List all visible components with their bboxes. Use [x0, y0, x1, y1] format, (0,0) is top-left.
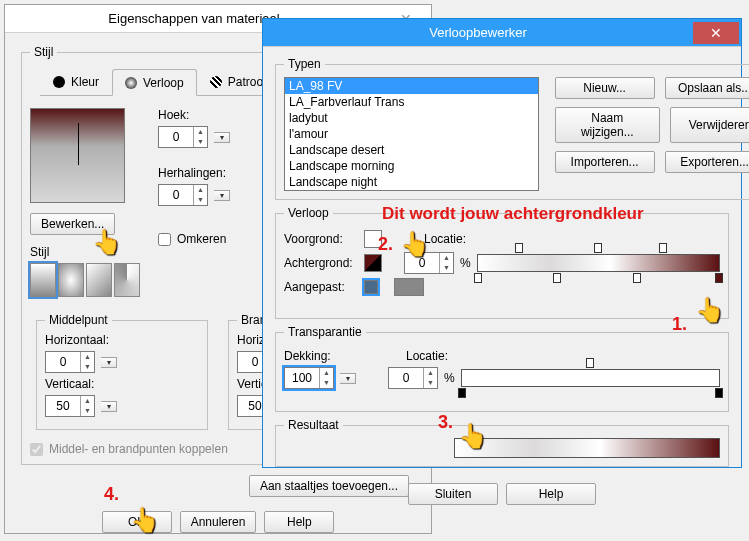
style-sub-label: Stijl [30, 245, 49, 259]
style-rect[interactable] [86, 263, 112, 297]
list-item[interactable]: ladybut [285, 110, 538, 126]
list-item[interactable]: LA_98 FV [285, 78, 538, 94]
new-button[interactable]: Nieuw... [555, 77, 655, 99]
gradient-editor-window: Verloopbewerker ✕ Typen LA_98 FV LA_Farb… [262, 18, 742, 468]
gradient-icon [125, 77, 137, 89]
reverse-check-input[interactable] [158, 233, 171, 246]
types-buttons: Nieuw... Opslaan als... Naam wijzigen...… [555, 77, 749, 191]
mid-marker[interactable] [594, 243, 602, 253]
list-item[interactable]: Landscape morning [285, 158, 538, 174]
location-spinner[interactable]: ▲▼ [404, 252, 454, 274]
style-radial[interactable] [58, 263, 84, 297]
mid-marker[interactable] [586, 358, 594, 368]
annotation-text: Dit wordt jouw achtergrondkleur [382, 204, 644, 224]
help-button[interactable]: Help [506, 483, 596, 505]
annotation-3: 3. [438, 412, 453, 433]
transparency-group: Transparantie Dekking: Locatie: ▲▼ ▾ ▲▼ … [275, 325, 729, 412]
repeats-label: Herhalingen: [158, 166, 226, 180]
close-icon[interactable]: ✕ [693, 22, 739, 44]
color-stop[interactable] [474, 273, 482, 283]
location2-spinner[interactable]: ▲▼ [388, 367, 438, 389]
angle-label: Hoek: [158, 108, 189, 122]
list-item[interactable]: LA_Farbverlauf Trans [285, 94, 538, 110]
background-label: Achtergrond: [284, 256, 358, 270]
list-item[interactable]: l'amour [285, 126, 538, 142]
repeats-input[interactable] [159, 185, 193, 205]
cancel-button[interactable]: Annuleren [180, 511, 257, 533]
gradient-preview[interactable] [30, 108, 125, 203]
mid-marker[interactable] [659, 243, 667, 253]
mp-v-spinner[interactable]: ▲▼ [45, 395, 95, 417]
color-icon [53, 76, 65, 88]
gradient-listbox[interactable]: LA_98 FV LA_Farbverlauf Trans ladybut l'… [284, 77, 539, 191]
list-item[interactable]: Landscape desert [285, 142, 538, 158]
list-item[interactable]: Landscape sunset [285, 190, 538, 191]
angle-input[interactable] [159, 127, 193, 147]
style-thumbnails [30, 263, 140, 297]
location2-label: Locatie: [406, 349, 448, 363]
custom-swatch-2[interactable] [394, 278, 424, 296]
repeats-spinner[interactable]: ▲▼ [158, 184, 208, 206]
ok-button[interactable]: OK [102, 511, 172, 533]
tab-gradient[interactable]: Verloop [112, 69, 197, 96]
saveas-button[interactable]: Opslaan als... [665, 77, 749, 99]
delete-button[interactable]: Verwijderen [670, 107, 749, 143]
style-legend: Stijl [30, 45, 57, 59]
mp-h-spinner[interactable]: ▲▼ [45, 351, 95, 373]
color-stop[interactable] [633, 273, 641, 283]
opacity-label: Dekking: [284, 349, 344, 363]
types-group: Typen LA_98 FV LA_Farbverlauf Trans lady… [275, 57, 749, 200]
result-bar [454, 438, 720, 458]
location-label: Locatie: [424, 232, 466, 246]
import-button[interactable]: Importeren... [555, 151, 655, 173]
style-conic[interactable] [114, 263, 140, 297]
color-stop[interactable] [553, 273, 561, 283]
color-stop[interactable] [715, 273, 723, 283]
angle-spinner[interactable]: ▲▼ [158, 126, 208, 148]
mid-marker[interactable] [515, 243, 523, 253]
opacity-stop[interactable] [715, 388, 723, 398]
opacity-stop[interactable] [458, 388, 466, 398]
close-button[interactable]: Sluiten [408, 483, 498, 505]
spinner-arrows[interactable]: ▲▼ [193, 127, 207, 147]
opacity-spinner[interactable]: ▲▼ [284, 367, 334, 389]
style-linear[interactable] [30, 263, 56, 297]
custom-swatch[interactable] [364, 280, 378, 294]
custom-label: Aangepast: [284, 280, 358, 294]
repeats-menu[interactable]: ▾ [214, 190, 230, 201]
gradient-bar[interactable] [477, 254, 720, 272]
export-button[interactable]: Exporteren... [665, 151, 749, 173]
pattern-icon [210, 76, 222, 88]
result-group: Resultaat [275, 418, 729, 467]
annotation-4: 4. [104, 484, 119, 505]
editor-buttons: Sluiten Help [269, 473, 735, 515]
annotation-2: 2. [378, 234, 393, 255]
annotation-1: 1. [672, 314, 687, 335]
foreground-label: Voorgrond: [284, 232, 358, 246]
midpoint-group: Middelpunt Horizontaal: ▲▼ ▾ Verticaal: … [36, 313, 208, 430]
list-item[interactable]: Landscape night [285, 174, 538, 190]
rename-button[interactable]: Naam wijzigen... [555, 107, 660, 143]
edit-button[interactable]: Bewerken... [30, 213, 115, 235]
window-title: Verloopbewerker [263, 25, 693, 40]
tab-color[interactable]: Kleur [40, 69, 112, 95]
angle-menu[interactable]: ▾ [214, 132, 230, 143]
background-swatch[interactable] [364, 254, 382, 272]
transparency-bar[interactable] [461, 369, 720, 387]
titlebar: Verloopbewerker ✕ [263, 19, 741, 47]
